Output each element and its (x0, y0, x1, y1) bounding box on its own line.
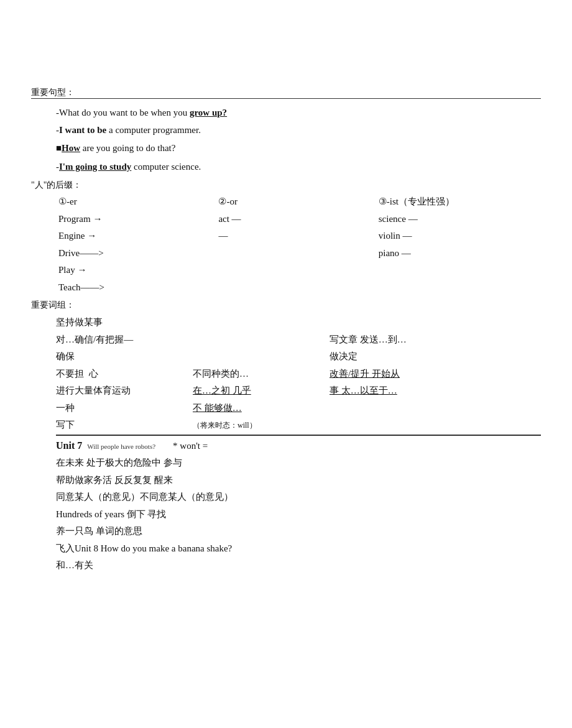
play-cell: Play → (56, 262, 216, 279)
unit7-phrase-3: 同意某人（的意见）不同意某人（的意见） (56, 489, 541, 505)
section-title-sentences: 重要句型： (31, 87, 541, 98)
phrase-4-col1: 不要担 心 (56, 366, 193, 382)
phrase-7-col3 (330, 417, 541, 433)
phrase-3-col1: 确保 (56, 349, 193, 365)
phrase-1-col3 (330, 315, 541, 331)
unit7-phrase-5-text: 养一只鸟 单词的意思 (56, 523, 142, 540)
phrase-5-col3: 事 太…以至于… (330, 383, 541, 399)
suffix-row-4: Play → (56, 262, 541, 279)
dash-cell-1: — (216, 228, 376, 245)
i-want-to-be: I want to be (59, 125, 106, 135)
unit7-phrase-6: 飞入Unit 8 How do you make a banana shake? (56, 541, 541, 557)
unit7-title-block: Unit 7 Will people have robots? * won't … (56, 437, 208, 454)
unit7-phrase-1-text: 在未来 处于极大的危险中 参与 (56, 455, 182, 471)
empty-cell-5 (376, 279, 541, 297)
unit7-title-row: Unit 7 Will people have robots? * won't … (56, 437, 541, 454)
sentence-4-suffix: computer science. (131, 162, 201, 172)
phrase-4-col3: 改善/提升 开始从 (330, 366, 541, 382)
grow-up-text: grow up? (190, 108, 227, 117)
phrases-block: 坚持做某事 对…确信/有把握— 写文章 发送…到… 确保 做决定 不要担 心 不… (31, 315, 541, 574)
want-to-be-text: want to be (109, 108, 148, 117)
suffix-er-cell: ①-er (56, 193, 216, 211)
sentence-3: ■How are you going to do that? (56, 141, 541, 157)
im-going-text: I'm going to study (59, 162, 131, 172)
sentence-1-middle: when you (149, 108, 190, 117)
program-cell: Program → (56, 211, 216, 228)
engine-cell: Engine → (56, 228, 216, 245)
unit7-phrase-2: 帮助做家务活 反反复复 醒来 (56, 472, 541, 489)
sentence-1: -What do you want to be when you grow up… (56, 105, 541, 121)
suffix-block: ①-er ②-or ③-ist（专业性强） Program → act — sc… (31, 193, 541, 296)
unit7-header-row: Unit 7 Will people have robots? * won't … (56, 435, 541, 454)
phrase-row-2: 对…确信/有把握— 写文章 发送…到… (56, 332, 541, 348)
phrase-8-col1: 和…有关 (56, 558, 193, 574)
wont-label: * won't = (173, 438, 208, 454)
phrase-3-col2 (193, 349, 330, 365)
phrase-row-6: 一种 不 能够做… (56, 400, 541, 417)
unit7-phrase-4-text: Hundreds of years 倒下 寻找 (56, 507, 166, 523)
act-cell: act — (216, 211, 376, 228)
phrase-4-col2: 不同种类的… (193, 366, 330, 382)
sentence-2: -I want to be a computer programmer. (56, 122, 541, 139)
phrase-row-8: 和…有关 (56, 558, 541, 574)
drive-cell: Drive——> (56, 245, 216, 262)
phrase-5-col1: 进行大量体育运动 (56, 383, 193, 399)
suffix-ist-cell: ③-ist（专业性强） (376, 193, 541, 211)
suffix-table: ①-er ②-or ③-ist（专业性强） Program → act — sc… (56, 193, 541, 296)
empty-cell-1 (216, 245, 376, 262)
phrase-6-col1: 一种 (56, 400, 193, 417)
unit7-phrase-3-text: 同意某人（的意见）不同意某人（的意见） (56, 489, 233, 505)
suffix-row-5: Teach——> (56, 279, 541, 297)
phrase-7-col1: 写下 (56, 417, 193, 433)
unit7-phrase-6-text: 飞入Unit 8 How do you make a banana shake? (56, 541, 232, 557)
how-text: How (62, 143, 80, 153)
empty-cell-2 (216, 262, 376, 279)
sentence-4: -I'm going to study computer science. (56, 159, 541, 175)
phrase-3-col3: 做决定 (330, 349, 541, 365)
phrase-6-col2: 不 能够做… (193, 400, 330, 417)
unit7-label: Unit 7 (56, 437, 82, 454)
sentence-3-prefix: ■ (56, 143, 62, 153)
phrase-row-7: 写下 （将来时态：will） (56, 417, 541, 433)
phrase-6-col3 (330, 400, 541, 417)
sentences-block: -What do you want to be when you grow up… (31, 105, 541, 175)
phrase-row-4: 不要担 心 不同种类的… 改善/提升 开始从 (56, 366, 541, 382)
phrase-2-col2 (193, 332, 330, 348)
teach-cell: Teach——> (56, 279, 216, 297)
suffix-section-title: "人"的后缀： (31, 180, 541, 191)
piano-cell: piano — (376, 245, 541, 262)
suffix-row-1: Program → act — science — (56, 211, 541, 228)
unit7-subtitle: Will people have robots? (87, 441, 155, 453)
phrase-7-col2: （将来时态：will） (193, 417, 330, 433)
phrase-row-1: 坚持做某事 (56, 315, 541, 331)
suffix-row-3: Drive——> piano — (56, 245, 541, 262)
phrase-5-col2: 在…之初 几乎 (193, 383, 330, 399)
phrase-1-col1: 坚持做某事 (56, 315, 193, 331)
unit7-phrase-5: 养一只鸟 单词的意思 (56, 523, 541, 540)
phrase-row-5: 进行大量体育运动 在…之初 几乎 事 太…以至于… (56, 383, 541, 399)
phrase-1-col2 (193, 315, 330, 331)
phrases-section-title: 重要词组： (31, 300, 541, 311)
suffix-row-2: Engine → — violin — (56, 228, 541, 245)
sentence-1-prefix: -What do you (56, 108, 109, 117)
violin-cell: violin — (376, 228, 541, 245)
phrase-2-col1: 对…确信/有把握— (56, 332, 193, 348)
phrase-row-3: 确保 做决定 (56, 349, 541, 365)
sentence-3-suffix: are you going to do that? (80, 143, 175, 153)
sentence-2-suffix: a computer programmer. (106, 125, 201, 135)
divider-sentences (31, 98, 541, 99)
unit7-phrase-2-text: 帮助做家务活 反反复复 醒来 (56, 472, 173, 489)
unit7-phrase-4: Hundreds of years 倒下 寻找 (56, 507, 541, 523)
unit7-phrase-1: 在未来 处于极大的危险中 参与 (56, 455, 541, 471)
suffix-header-row: ①-er ②-or ③-ist（专业性强） (56, 193, 541, 211)
empty-cell-4 (216, 279, 376, 297)
suffix-or-cell: ②-or (216, 193, 376, 211)
science-cell: science — (376, 211, 541, 228)
empty-cell-3 (376, 262, 541, 279)
phrase-2-col3: 写文章 发送…到… (330, 332, 541, 348)
